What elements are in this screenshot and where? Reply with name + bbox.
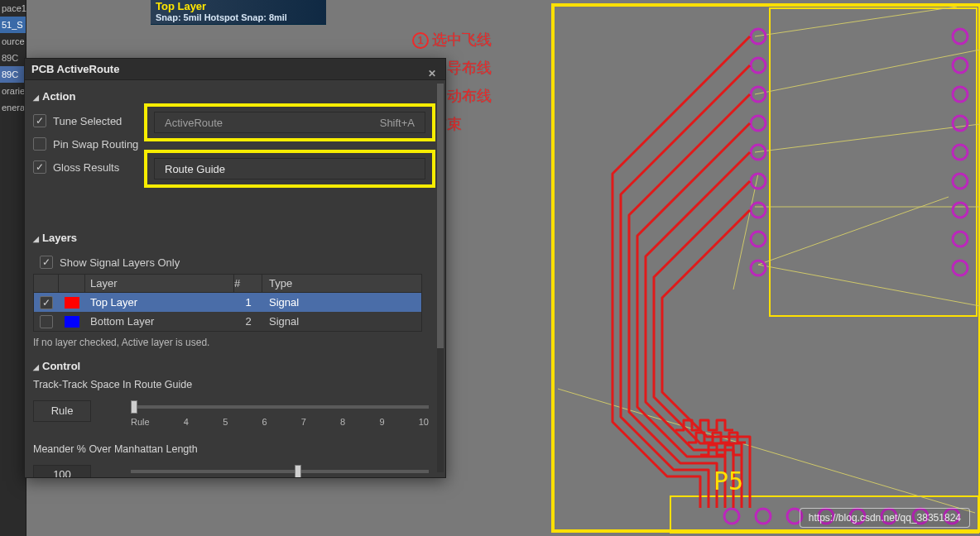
svg-point-13 bbox=[751, 174, 766, 189]
section-control-header[interactable]: Control bbox=[33, 360, 437, 372]
activeroute-shortcut: Shift+A bbox=[380, 117, 415, 129]
layer-number: 2 bbox=[234, 315, 262, 328]
svg-line-0 bbox=[755, 7, 957, 36]
routed-tracks bbox=[612, 36, 750, 508]
layers-table-header: Layer # Type bbox=[34, 275, 421, 293]
routeguide-label: Route Guide bbox=[165, 163, 225, 175]
section-layers-header[interactable]: Layers bbox=[33, 232, 437, 244]
svg-line-1 bbox=[755, 50, 980, 94]
svg-point-19 bbox=[953, 87, 968, 102]
layer-name: Top Layer bbox=[85, 296, 234, 309]
svg-line-5 bbox=[758, 265, 980, 306]
svg-point-18 bbox=[953, 58, 968, 73]
svg-point-20 bbox=[953, 116, 968, 131]
pcb-canvas[interactable]: P5 bbox=[452, 0, 980, 536]
track-space-slider[interactable] bbox=[131, 405, 429, 409]
left-row: 89C bbox=[0, 50, 26, 66]
layer-number: 1 bbox=[234, 296, 262, 309]
svg-point-25 bbox=[953, 261, 968, 275]
svg-point-11 bbox=[751, 116, 766, 131]
layer-type: Signal bbox=[262, 296, 421, 309]
layer-status-chip[interactable]: Top Layer Snap: 5mil Hotspot Snap: 8mil bbox=[151, 0, 326, 25]
panel-scrollbar[interactable] bbox=[437, 84, 444, 472]
table-row[interactable]: Bottom Layer 2 Signal bbox=[34, 312, 421, 331]
panel-titlebar[interactable]: PCB ActiveRoute ✕ bbox=[25, 59, 445, 80]
layer-status-subtitle: Snap: 5mil Hotspot Snap: 8mil bbox=[156, 12, 321, 23]
left-row: 51_S bbox=[0, 17, 26, 33]
routeguide-command-highlight: Route Guide bbox=[144, 150, 435, 188]
slider-handle[interactable] bbox=[295, 465, 301, 477]
left-row: orarie bbox=[0, 83, 26, 99]
show-signal-layers-checkbox[interactable] bbox=[40, 256, 53, 269]
col-number[interactable]: # bbox=[234, 275, 262, 292]
svg-point-21 bbox=[953, 145, 968, 160]
activeroute-command[interactable]: ActiveRoute Shift+A bbox=[154, 112, 425, 133]
tune-selected-checkbox[interactable] bbox=[33, 114, 46, 127]
svg-point-8 bbox=[751, 29, 766, 44]
left-row: enera bbox=[0, 99, 26, 116]
svg-point-26 bbox=[724, 509, 739, 524]
layer-type: Signal bbox=[262, 315, 421, 328]
track-space-ticks: Rule 4 5 6 7 8 9 10 bbox=[131, 417, 429, 427]
col-type[interactable]: Type bbox=[262, 275, 421, 292]
svg-point-17 bbox=[953, 29, 968, 44]
svg-point-15 bbox=[751, 232, 766, 246]
layer-color-swatch[interactable] bbox=[65, 297, 79, 309]
pin-swap-checkbox[interactable] bbox=[33, 137, 46, 151]
section-action-header[interactable]: Action bbox=[33, 90, 437, 103]
svg-line-2 bbox=[755, 124, 980, 152]
svg-point-10 bbox=[751, 87, 766, 102]
activeroute-command-highlight: ActiveRoute Shift+A bbox=[144, 103, 435, 141]
gloss-results-label: Gloss Results bbox=[53, 161, 119, 174]
watermark: https://blog.csdn.net/qq_38351824 bbox=[800, 508, 970, 528]
meander-value-input[interactable]: 100 bbox=[33, 465, 91, 477]
gloss-results-checkbox[interactable] bbox=[33, 160, 46, 174]
layer-color-swatch[interactable] bbox=[65, 316, 79, 328]
meander-slider[interactable] bbox=[131, 470, 429, 473]
layer-status-title: Top Layer bbox=[156, 0, 321, 12]
svg-point-9 bbox=[751, 58, 766, 73]
rule-button[interactable]: Rule bbox=[33, 400, 91, 422]
svg-point-24 bbox=[953, 232, 968, 246]
slider-handle[interactable] bbox=[131, 400, 137, 414]
tune-selected-label: Tune Selected bbox=[53, 115, 122, 127]
svg-point-16 bbox=[751, 261, 766, 275]
routeguide-command[interactable]: Route Guide bbox=[154, 158, 425, 179]
layer-name: Bottom Layer bbox=[85, 315, 234, 328]
meander-label: Meander % Over Manhattan Length bbox=[33, 443, 437, 455]
show-signal-layers-label: Show Signal Layers Only bbox=[60, 256, 180, 269]
layers-table: Layer # Type Top Layer 1 Signal Bottom L… bbox=[33, 274, 422, 332]
svg-point-27 bbox=[756, 509, 771, 524]
col-layer[interactable]: Layer bbox=[85, 275, 234, 292]
layer-row-checkbox[interactable] bbox=[40, 296, 53, 309]
svg-point-14 bbox=[751, 203, 766, 218]
svg-point-23 bbox=[953, 203, 968, 218]
designator-text: P5 bbox=[713, 467, 743, 495]
board-inner-rect bbox=[770, 8, 977, 316]
left-panel-fragment: pace1 51_S ource 89C 89C orarie enera bbox=[0, 0, 26, 536]
left-row: pace1 bbox=[0, 0, 26, 17]
layers-note: If no layer checked, Active layer is use… bbox=[33, 337, 437, 348]
left-row: ource bbox=[0, 33, 26, 50]
table-row[interactable]: Top Layer 1 Signal bbox=[34, 293, 421, 312]
svg-point-22 bbox=[953, 174, 968, 189]
scrollbar-thumb[interactable] bbox=[437, 84, 444, 348]
panel-title-text: PCB ActiveRoute bbox=[31, 59, 119, 80]
close-icon[interactable]: ✕ bbox=[425, 63, 439, 76]
layer-row-checkbox[interactable] bbox=[40, 315, 53, 328]
pin-swap-label: Pin Swap Routing bbox=[53, 138, 138, 151]
activeroute-label: ActiveRoute bbox=[165, 117, 223, 129]
pcb-activeroute-panel: PCB ActiveRoute ✕ Action Tune Selected P… bbox=[24, 58, 446, 478]
left-row-selected[interactable]: 89C bbox=[0, 66, 26, 83]
track-space-label: Track-Track Space In Route Guide bbox=[33, 379, 437, 390]
